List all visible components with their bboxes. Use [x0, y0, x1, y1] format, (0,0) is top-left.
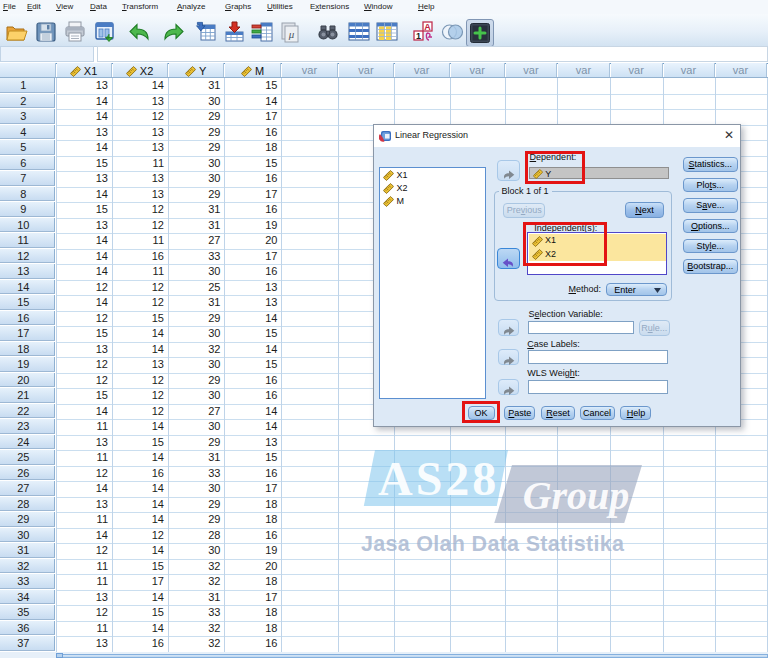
svg-text:A: A: [424, 22, 431, 32]
svg-text:1: 1: [416, 31, 421, 41]
svg-text:μ: μ: [288, 28, 295, 40]
